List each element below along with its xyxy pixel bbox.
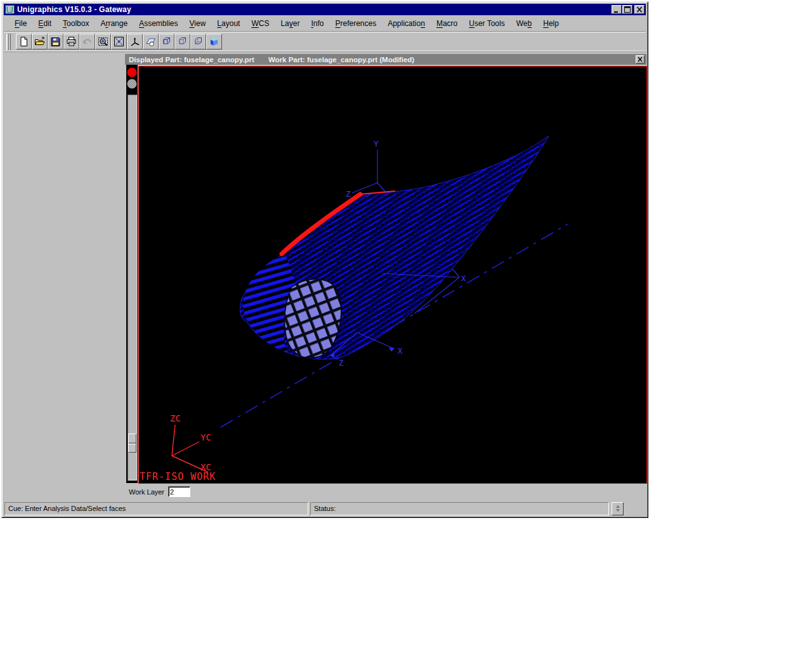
menu-application[interactable]: Application	[382, 17, 431, 30]
menu-view[interactable]: View	[184, 17, 212, 30]
menu-preferences[interactable]: Preferences	[329, 17, 382, 30]
work-layer-label: Work Layer	[129, 488, 164, 496]
abs-axis-x-label: X	[398, 347, 403, 355]
csys-axes-button[interactable]	[127, 34, 143, 50]
save-icon	[50, 36, 61, 47]
menu-bar: FileEditToolboxArrangeAssembliesViewLayo…	[4, 16, 646, 30]
fuselage-model[interactable]	[240, 136, 549, 359]
fit-view-icon	[114, 36, 124, 47]
interrupt-strip	[126, 65, 138, 483]
shaded-cube-button[interactable]	[206, 34, 222, 50]
window-title: Unigraphics V15.0.3 - Gateway	[17, 5, 611, 14]
title-bar[interactable]: Unigraphics V15.0.3 - Gateway	[4, 4, 646, 15]
toolbar	[4, 31, 646, 52]
scroll-arrows-button[interactable]	[612, 502, 624, 515]
zoom-view-button[interactable]	[95, 34, 111, 50]
shaded-cube-icon	[209, 36, 219, 47]
view-axis-x-label: X	[461, 274, 466, 283]
menu-macro[interactable]: Macro	[431, 17, 463, 30]
undo-button[interactable]	[79, 34, 95, 50]
scrollbar-thumb[interactable]	[128, 434, 136, 453]
menu-assemblies[interactable]: Assemblies	[133, 17, 183, 30]
viewport-canvas[interactable]: Y Z X	[138, 66, 647, 484]
work-part-label: Work Part: fuselage_canopy.prt (Modified…	[268, 56, 414, 63]
print-button[interactable]	[63, 34, 79, 50]
open-file-button[interactable]	[32, 34, 48, 50]
print-icon	[66, 36, 77, 47]
status-bar: Cue: Enter Analysis Data/Select faces St…	[3, 501, 646, 516]
zoom-view-icon	[98, 36, 108, 47]
stop-light-icon[interactable]	[128, 68, 137, 77]
select-face-icon	[145, 36, 156, 47]
select-face-button[interactable]	[143, 34, 159, 50]
graphics-window-close-button[interactable]	[636, 55, 645, 63]
maximize-button[interactable]	[622, 5, 632, 14]
save-button[interactable]	[48, 34, 63, 50]
dashed-cube-button[interactable]	[190, 34, 206, 50]
status-field: Status:	[310, 502, 609, 515]
menu-user-tools[interactable]: User Tools	[463, 17, 510, 30]
abs-axis-z-label: Z	[339, 359, 343, 368]
new-file-button[interactable]	[16, 34, 32, 50]
cue-field: Cue: Enter Analysis Data/Select faces	[4, 502, 308, 515]
menu-edit[interactable]: Edit	[32, 17, 57, 30]
wireframe-cube-icon	[161, 36, 172, 47]
app-window: Unigraphics V15.0.3 - Gateway FileEditTo…	[1, 1, 648, 518]
new-file-icon	[18, 36, 29, 47]
menu-help[interactable]: Help	[537, 17, 565, 30]
close-button[interactable]	[634, 5, 645, 14]
unigraphics-logo-icon	[5, 5, 15, 14]
work-layer-row: Work Layer	[125, 484, 646, 499]
hidden-edge-cube-button[interactable]	[174, 34, 190, 50]
wireframe-cube-button[interactable]	[159, 34, 174, 50]
fit-view-button[interactable]	[111, 34, 127, 50]
menu-layout[interactable]: Layout	[211, 17, 246, 30]
wcs-yc-label: YC	[200, 432, 211, 442]
displayed-part-label: Displayed Part: fuselage_canopy.prt	[129, 56, 254, 63]
viewport-scrollbar[interactable]	[128, 95, 137, 481]
graphics-window: Displayed Part: fuselage_canopy.prt Work…	[125, 54, 646, 499]
toolbar-grip[interactable]	[6, 34, 11, 50]
wcs-caption: TFR-ISO WORK	[140, 471, 216, 482]
csys-axes-icon	[129, 36, 140, 47]
open-file-icon	[34, 36, 45, 47]
menu-arrange[interactable]: Arrange	[95, 17, 133, 30]
view-axis-z-label: Z	[346, 189, 351, 199]
wcs-zc-label: ZC	[170, 413, 181, 423]
hidden-edge-cube-icon	[177, 36, 188, 47]
menu-toolbox[interactable]: Toolbox	[57, 17, 95, 30]
dither-light-icon	[128, 79, 137, 89]
menu-wcs[interactable]: WCS	[246, 17, 275, 30]
scroll-arrows-icon	[614, 504, 622, 513]
menu-file[interactable]: File	[9, 17, 32, 30]
dashed-cube-icon	[193, 36, 204, 47]
view-axis-y-label: Y	[374, 139, 379, 149]
menu-layer[interactable]: Layer	[275, 17, 305, 30]
menu-web[interactable]: Web	[511, 17, 537, 30]
minimize-button[interactable]	[612, 5, 622, 14]
graphics-window-titlebar[interactable]: Displayed Part: fuselage_canopy.prt Work…	[125, 54, 646, 65]
undo-icon	[82, 36, 93, 47]
menu-info[interactable]: Info	[305, 17, 329, 30]
work-layer-input[interactable]	[168, 486, 190, 497]
